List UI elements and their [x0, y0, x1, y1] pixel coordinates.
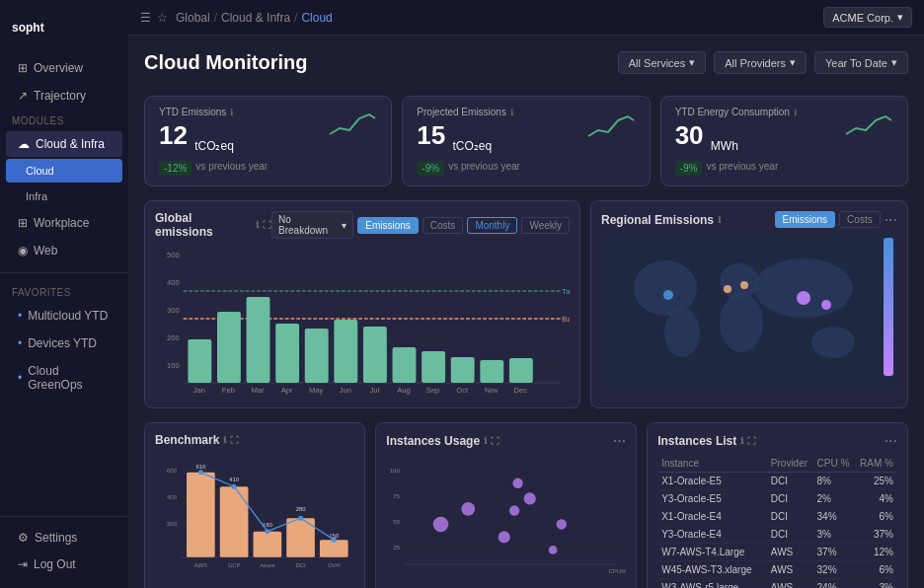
svg-point-73: [298, 516, 303, 521]
expand-icon[interactable]: ⛶: [491, 436, 500, 446]
tab-costs[interactable]: Costs: [839, 211, 881, 228]
info-icon[interactable]: ℹ: [718, 215, 721, 225]
svg-rect-27: [509, 358, 533, 383]
workplace-icon: ⊞: [18, 216, 28, 230]
metric-number: 30: [675, 120, 704, 150]
tab-emissions[interactable]: Emissions: [357, 217, 419, 234]
svg-text:610: 610: [195, 464, 206, 470]
svg-point-50: [797, 291, 810, 305]
chart-title-text: Instances Usage: [386, 434, 480, 448]
logout-icon: ⇥: [18, 557, 28, 571]
sidebar-item-overview[interactable]: ⊞ Overview: [6, 55, 122, 81]
corp-name: ACME Corp.: [832, 12, 893, 24]
sidebar-item-cloud[interactable]: Cloud: [6, 159, 122, 183]
table-row[interactable]: X1-Oracle-E5 DCI 8% 25%: [657, 473, 897, 490]
sidebar-item-workplace[interactable]: ⊞ Workplace: [6, 210, 122, 236]
table-row[interactable]: X1-Oracle-E4 DCI 34% 6%: [657, 508, 897, 526]
more-options-icon[interactable]: ···: [885, 433, 897, 449]
breakdown-dropdown[interactable]: No Breakdown ▾: [271, 211, 353, 239]
breadcrumb-cloud-infra[interactable]: Cloud & Infra: [221, 11, 290, 25]
global-emissions-card: Global emissions ℹ ⛶ No Breakdown ▾ Emis…: [144, 200, 580, 408]
expand-icon[interactable]: ⛶: [747, 436, 756, 446]
table-row[interactable]: W3-AWS-r5.large AWS 24% 3%: [657, 579, 897, 588]
filter-providers[interactable]: All Providers ▾: [714, 51, 807, 74]
sidebar-divider: [0, 272, 128, 273]
svg-point-49: [740, 281, 748, 289]
info-icon[interactable]: ℹ: [223, 435, 226, 445]
sidebar-item-settings[interactable]: ⚙ Settings: [6, 525, 122, 551]
sidebar-item-cloud-greenops[interactable]: • Cloud GreenOps: [6, 358, 122, 398]
sidebar-item-trajectory[interactable]: ↗ Trajectory: [6, 83, 122, 109]
sidebar-item-label: Multicloud YTD: [28, 309, 108, 323]
corp-selector[interactable]: ACME Corp. ▾: [823, 7, 912, 28]
more-options-icon[interactable]: ···: [613, 433, 626, 449]
svg-text:300: 300: [167, 306, 180, 315]
sidebar-item-web[interactable]: ◉ Web: [6, 238, 122, 263]
svg-point-92: [462, 502, 476, 516]
col-provider: Provider: [767, 455, 813, 473]
tab-emissions[interactable]: Emissions: [775, 211, 836, 228]
svg-text:GCP: GCP: [228, 562, 241, 568]
breadcrumb-global[interactable]: Global: [176, 11, 210, 25]
svg-point-90: [513, 478, 523, 488]
svg-point-45: [754, 258, 853, 318]
info-icon[interactable]: ℹ: [484, 436, 487, 446]
svg-text:100: 100: [390, 469, 401, 475]
topbar: ☰ ☆ Global / Cloud & Infra / Cloud ACME …: [128, 0, 924, 36]
svg-rect-20: [305, 329, 329, 383]
svg-point-96: [557, 520, 567, 530]
breadcrumb-sep1: /: [214, 11, 217, 25]
tab-costs[interactable]: Costs: [423, 217, 464, 234]
svg-rect-67: [253, 532, 281, 557]
sidebar-item-cloud-infra[interactable]: ☁ Cloud & Infra: [6, 131, 122, 157]
tab-weekly[interactable]: Weekly: [521, 217, 570, 234]
star-icon[interactable]: ☆: [157, 11, 168, 25]
filter-services[interactable]: All Services ▾: [618, 51, 706, 74]
metric-unit: tCO₂eq: [452, 139, 492, 153]
table-row[interactable]: W7-AWS-T4.Large AWS 37% 12%: [657, 544, 897, 561]
svg-rect-25: [451, 357, 475, 383]
breadcrumb-sep2: /: [294, 11, 297, 25]
chevron-down-icon: ▾: [689, 56, 695, 69]
table-row[interactable]: W45-AWS-T3.xlarge AWS 32% 6%: [657, 561, 897, 579]
chart-header: Instances Usage ℹ ⛶ ···: [386, 433, 626, 449]
svg-text:600: 600: [167, 468, 178, 474]
regional-emissions-card: Regional Emissions ℹ Emissions Costs ···: [590, 200, 908, 408]
info-icon[interactable]: ℹ: [740, 436, 743, 446]
more-options-icon[interactable]: ···: [885, 212, 897, 228]
svg-text:400: 400: [167, 494, 178, 500]
sidebar-item-label: Web: [34, 244, 57, 257]
fav-dot-icon: •: [18, 336, 22, 350]
sidebar-item-label: Cloud: [26, 165, 54, 177]
filter-bar: All Services ▾ All Providers ▾ Year To D…: [618, 51, 908, 74]
chevron-down-icon: ▾: [897, 11, 903, 24]
sidebar-item-devices-ytd[interactable]: • Devices YTD: [6, 331, 122, 356]
info-icon[interactable]: ℹ: [794, 108, 797, 117]
svg-rect-23: [393, 347, 417, 383]
expand-icon[interactable]: ⛶: [230, 435, 239, 445]
svg-text:200: 200: [167, 521, 178, 527]
gradient-scale: [884, 238, 893, 376]
table-row[interactable]: Y3-Oracle-E4 DCI 3% 37%: [657, 526, 897, 544]
filter-period[interactable]: Year To Date ▾: [814, 51, 908, 74]
sidebar-item-infra[interactable]: Infra: [6, 184, 122, 208]
sidebar-item-label: Cloud & Infra: [36, 137, 105, 151]
table-row[interactable]: Y3-Oracle-E5 DCI 2% 4%: [657, 490, 897, 508]
info-icon[interactable]: ℹ: [230, 108, 233, 117]
info-icon[interactable]: ℹ: [256, 220, 259, 230]
cell-cpu: 34%: [813, 508, 855, 526]
expand-icon[interactable]: ⛶: [263, 220, 271, 230]
svg-point-74: [332, 538, 337, 543]
svg-rect-22: [363, 327, 387, 383]
cell-ram: 6%: [855, 561, 897, 579]
layout-icon[interactable]: ☰: [140, 11, 151, 25]
chart-title-text: Instances List: [657, 434, 736, 448]
chart-title: Regional Emissions ℹ: [601, 213, 721, 227]
info-icon[interactable]: ℹ: [510, 108, 513, 117]
sidebar-item-logout[interactable]: ⇥ Log Out: [6, 551, 122, 577]
svg-text:280: 280: [296, 507, 307, 513]
sidebar-item-multicloud-ytd[interactable]: • Multicloud YTD: [6, 303, 122, 329]
tab-monthly[interactable]: Monthly: [467, 217, 517, 234]
metric-badge: -9%: [675, 161, 703, 176]
sidebar-item-label: Devices YTD: [28, 336, 97, 350]
